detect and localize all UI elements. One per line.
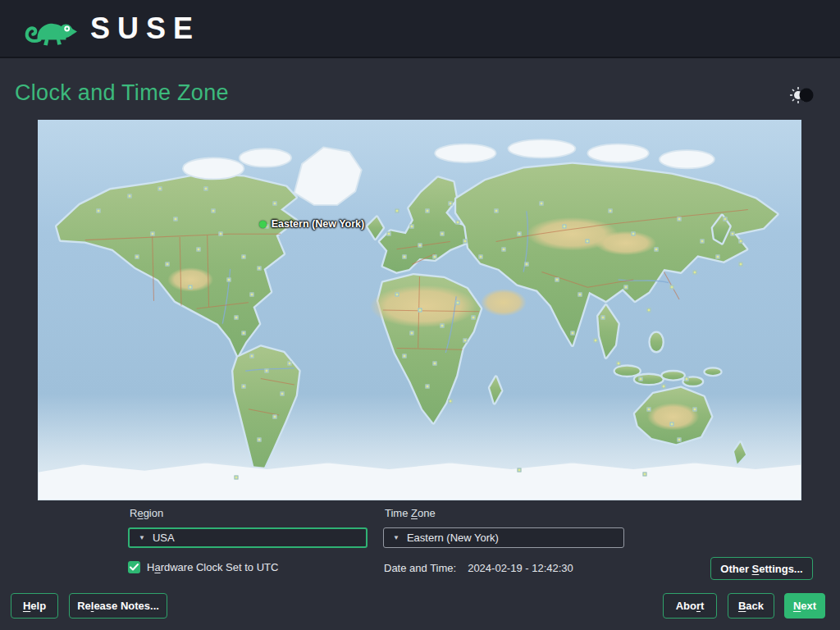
city-marker [433,361,437,365]
city-marker [448,202,452,206]
city-marker [646,407,651,411]
city-marker [655,247,659,251]
city-marker [135,255,139,259]
city-marker [669,285,673,290]
selected-timezone-marker[interactable]: Eastern (New York) [259,218,364,230]
city-marker [395,293,399,297]
city-marker [678,217,682,221]
city-marker [249,293,253,297]
sun-moon-icon [789,84,815,106]
release-notes-button[interactable]: Release Notes... [69,593,167,619]
chevron-down-icon: ▼ [139,534,145,541]
city-marker [219,232,223,236]
city-marker [158,186,162,190]
city-marker [692,270,696,274]
city-marker [723,217,727,221]
timezone-dot-icon [259,221,267,228]
city-marker [524,262,528,267]
city-marker [235,476,239,480]
timezone-label: Time Zone [385,507,436,519]
city-marker [662,384,666,388]
timezone-select[interactable]: ▼ Eastern (New York) [383,527,624,548]
date-time-value: 2024-02-19 - 12:42:30 [468,562,573,574]
other-settings-button[interactable]: Other Settings... [710,557,813,580]
city-marker [433,255,437,259]
back-button[interactable]: Back [728,593,774,619]
city-marker [395,209,399,213]
city-marker [280,392,284,396]
city-marker [441,323,445,327]
city-marker [212,209,216,213]
city-marker [456,221,460,225]
city-marker [173,217,177,221]
city-marker [272,414,276,418]
city-marker [410,331,414,335]
region-select[interactable]: ▼ USA [128,527,368,548]
city-marker [563,224,567,228]
city-markers-layer [38,120,801,500]
city-marker [700,240,704,244]
suse-logo: SUSE [23,10,200,48]
city-marker [494,209,498,213]
city-marker [609,209,613,213]
city-marker [555,277,559,281]
city-marker [738,240,742,244]
city-marker [540,202,544,206]
hardware-clock-utc-label: Hardware Clock Set to UTC [147,561,278,573]
city-marker [478,255,482,259]
city-marker [226,277,231,281]
city-marker [471,316,475,320]
city-marker [196,247,200,251]
city-marker [501,247,505,251]
city-marker [456,300,460,304]
theme-toggle-button[interactable] [789,84,815,106]
timezone-world-map[interactable]: Eastern (New York) [38,120,801,500]
city-marker [441,232,445,236]
city-marker [387,232,391,236]
city-marker [600,316,605,320]
city-marker [203,186,208,190]
timezone-value: Eastern (New York) [407,532,499,544]
date-and-time: Date and Time:2024-02-19 - 12:42:30 [384,562,573,574]
city-marker [249,354,253,358]
next-button[interactable]: Next [784,593,825,619]
city-marker [272,202,276,206]
city-marker [669,422,673,427]
date-time-label: Date and Time: [384,562,456,574]
abort-button[interactable]: Abort [663,593,717,619]
city-marker [242,384,246,388]
city-marker [643,472,647,476]
city-marker [692,407,696,411]
checkbox-checked-icon [128,561,140,573]
city-marker [586,240,590,244]
city-marker [738,262,742,267]
city-marker [517,468,521,472]
city-marker [685,377,689,381]
city-marker [715,255,719,259]
region-value: USA [153,532,175,544]
city-marker [632,232,636,236]
city-marker [731,232,735,236]
city-marker [448,399,452,404]
page-title: Clock and Time Zone [15,80,229,106]
city-marker [646,308,651,313]
city-marker [242,331,246,335]
hardware-clock-utc-checkbox[interactable]: Hardware Clock Set to UTC [128,561,278,573]
city-marker [623,285,628,290]
help-button[interactable]: Help [11,593,58,619]
timezone-map-label: Eastern (New York) [272,218,364,230]
city-marker [418,308,422,313]
city-marker [639,377,643,381]
top-bar: SUSE [0,0,840,58]
city-marker [425,209,429,213]
city-marker [97,209,101,213]
city-marker [127,194,131,198]
suse-chameleon-icon [23,10,79,48]
city-marker [410,224,414,228]
city-marker [616,361,620,365]
city-marker [166,262,170,267]
city-marker [402,255,406,259]
city-marker [593,339,597,343]
city-marker [517,232,521,236]
brand-wordmark: SUSE [90,11,200,46]
